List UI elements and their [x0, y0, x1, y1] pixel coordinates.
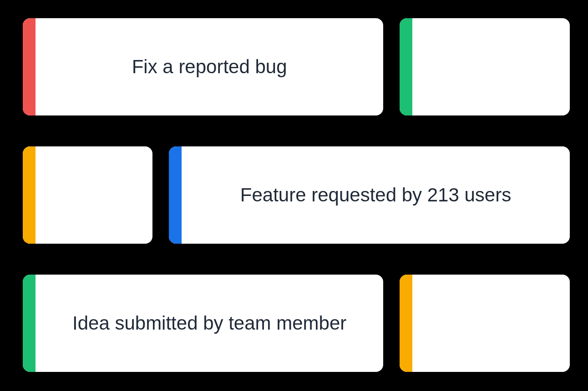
- card-bug-fix[interactable]: Fix a reported bug: [23, 18, 383, 115]
- card-feature-request[interactable]: Feature requested by 213 users: [169, 146, 570, 244]
- card-empty-yellow[interactable]: [23, 146, 152, 244]
- card-accent: [23, 146, 35, 244]
- card-label: Idea submitted by team member: [35, 312, 383, 334]
- card-accent: [23, 18, 35, 115]
- card-label: Feature requested by 213 users: [182, 184, 570, 206]
- card-accent: [400, 18, 412, 115]
- card-team-idea[interactable]: Idea submitted by team member: [23, 275, 383, 372]
- card-row-2: Feature requested by 213 users: [23, 146, 570, 244]
- card-row-3: Idea submitted by team member: [23, 275, 570, 372]
- card-label: Fix a reported bug: [35, 56, 383, 78]
- card-empty-yellow-2[interactable]: [400, 275, 570, 372]
- card-accent: [23, 275, 35, 372]
- card-row-1: Fix a reported bug: [23, 18, 570, 115]
- card-accent: [400, 275, 412, 372]
- card-empty-green[interactable]: [400, 18, 570, 115]
- card-accent: [169, 146, 182, 244]
